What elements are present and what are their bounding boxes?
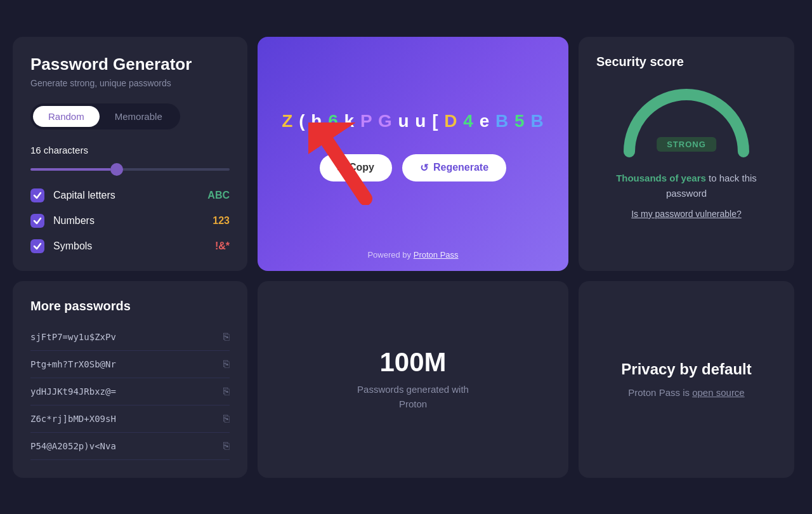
copy-pw-2[interactable]: ⎘ <box>223 386 230 397</box>
pw-text-2: ydHJJKt94JRbxz@= <box>30 386 116 397</box>
symbols-label: Symbols <box>53 241 215 252</box>
list-item: P54@A2052p)v<Nva ⎘ <box>30 433 230 460</box>
symbols-badge: !&* <box>215 241 230 252</box>
generator-card: Password Generator Generate strong, uniq… <box>13 37 247 271</box>
pw-char-7: u <box>398 111 409 131</box>
security-card: Security score STRONG Thousands of years… <box>579 37 794 271</box>
numbers-label: Numbers <box>53 215 213 227</box>
password-list: sjFtP7=wy1u$ZxPv ⎘ Ptg+mh?TrX0Sb@Nr ⎘ yd… <box>30 324 230 460</box>
pw-char-8: u <box>415 111 426 131</box>
pw-char-13: B <box>495 111 509 131</box>
character-count-section: 16 characters <box>30 145 230 173</box>
tab-group: Random Memorable <box>30 103 180 129</box>
red-arrow <box>308 122 384 208</box>
option-symbols: Symbols !&* <box>30 239 230 253</box>
security-title: Security score <box>596 55 684 69</box>
pw-char-12: e <box>480 111 490 131</box>
stats-label-line2: Proton <box>399 399 427 409</box>
privacy-text: Proton Pass is open source <box>628 387 744 398</box>
option-numbers: Numbers 123 <box>30 214 230 228</box>
numbers-checkbox[interactable] <box>30 214 44 228</box>
gauge-container: STRONG <box>617 82 756 158</box>
powered-by: Powered by Proton Pass <box>367 250 458 260</box>
symbols-checkbox[interactable] <box>30 239 44 253</box>
list-item: Ptg+mh?TrX0Sb@Nr ⎘ <box>30 351 230 378</box>
pw-text-0: sjFtP7=wy1u$ZxPv <box>30 332 116 342</box>
stats-card: 100M Passwords generated with Proton <box>258 281 568 478</box>
list-item: ydHJJKt94JRbxz@= ⎘ <box>30 378 230 405</box>
pw-char-15: B <box>530 111 544 131</box>
char-count-label: 16 characters <box>30 145 230 155</box>
pw-text-4: P54@A2052p)v<Nva <box>30 441 116 451</box>
hack-time-years: Thousands of years <box>616 173 706 183</box>
password-display-card: Z ( h 6 k P G u u [ D 4 e B 5 B ⎘ Copy ↺… <box>258 37 568 271</box>
capital-badge: ABC <box>207 190 230 201</box>
pw-char-0: Z <box>282 111 293 131</box>
length-slider[interactable] <box>30 168 230 171</box>
more-passwords-title: More passwords <box>30 299 230 313</box>
open-source-link[interactable]: open source <box>692 387 745 398</box>
pw-char-10: D <box>444 111 457 131</box>
privacy-title: Privacy by default <box>621 360 751 378</box>
strength-badge: STRONG <box>657 137 716 152</box>
hack-time-text: Thousands of years to hack this password <box>596 171 776 201</box>
stats-label-line1: Passwords generated with <box>357 384 469 395</box>
option-capital: Capital letters ABC <box>30 188 230 202</box>
numbers-badge: 123 <box>213 215 230 227</box>
copy-pw-1[interactable]: ⎘ <box>223 359 230 370</box>
more-passwords-card: More passwords sjFtP7=wy1u$ZxPv ⎘ Ptg+mh… <box>13 281 247 478</box>
list-item: Z6c*rj]bMD+X09sH ⎘ <box>30 405 230 433</box>
tab-memorable[interactable]: Memorable <box>100 106 178 127</box>
privacy-card: Privacy by default Proton Pass is open s… <box>579 281 794 478</box>
pw-text-1: Ptg+mh?TrX0Sb@Nr <box>30 359 116 369</box>
copy-pw-3[interactable]: ⎘ <box>223 413 230 425</box>
generator-title: Password Generator <box>30 55 230 74</box>
vulnerable-link[interactable]: Is my password vulnerable? <box>631 209 742 219</box>
capital-checkbox[interactable] <box>30 188 44 202</box>
stats-number: 100M <box>379 347 446 378</box>
copy-pw-0[interactable]: ⎘ <box>223 331 230 343</box>
generator-subtitle: Generate strong, unique passwords <box>30 78 230 88</box>
pw-char-11: 4 <box>463 111 474 131</box>
pw-text-3: Z6c*rj]bMD+X09sH <box>30 414 116 424</box>
copy-pw-4[interactable]: ⎘ <box>223 440 230 452</box>
stats-label: Passwords generated with Proton <box>357 383 469 411</box>
pw-char-14: 5 <box>514 111 525 131</box>
pw-char-1: ( <box>299 111 305 131</box>
list-item: sjFtP7=wy1u$ZxPv ⎘ <box>30 324 230 351</box>
privacy-text-before: Proton Pass is <box>628 387 692 398</box>
capital-label: Capital letters <box>53 190 207 201</box>
tab-random[interactable]: Random <box>33 106 100 127</box>
regenerate-icon: ↺ <box>420 162 428 174</box>
pw-char-9: [ <box>432 111 438 131</box>
regenerate-button[interactable]: ↺ Regenerate <box>402 154 506 181</box>
regenerate-label: Regenerate <box>433 162 488 173</box>
proton-pass-link[interactable]: Proton Pass <box>414 250 459 260</box>
